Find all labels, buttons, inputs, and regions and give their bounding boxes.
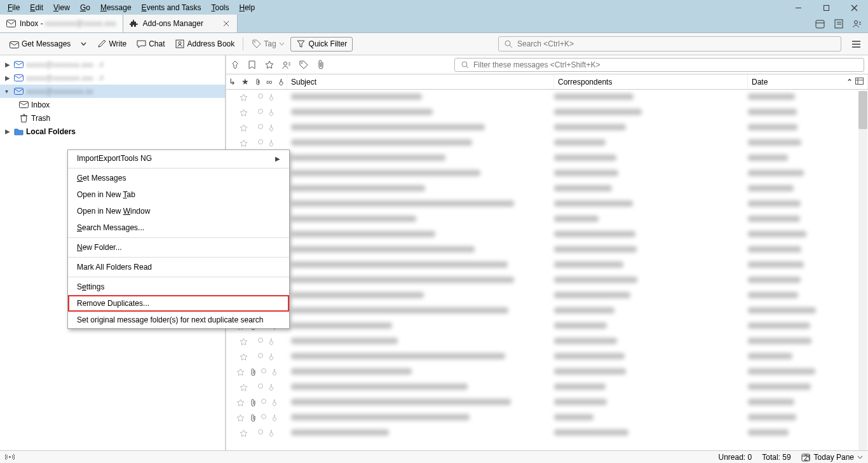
message-row[interactable] — [226, 288, 868, 303]
message-row[interactable] — [226, 120, 868, 135]
star-icon[interactable] — [240, 124, 248, 132]
ctx-open-in-new-tab[interactable]: Open in New Tab — [68, 186, 289, 203]
flame-icon[interactable] — [268, 109, 275, 117]
flame-icon[interactable] — [268, 93, 275, 102]
minimize-button[interactable] — [784, 0, 812, 15]
column-picker-icon[interactable] — [855, 78, 864, 86]
message-row[interactable] — [226, 364, 868, 380]
write-button[interactable]: Write — [92, 37, 131, 52]
thread-col-icon[interactable]: ↳ — [229, 77, 236, 86]
message-row[interactable] — [226, 105, 868, 120]
flame-icon[interactable] — [268, 384, 275, 392]
message-list[interactable] — [226, 90, 868, 450]
read-icon[interactable] — [261, 414, 266, 419]
message-row[interactable] — [226, 303, 868, 319]
scrollbar[interactable] — [858, 91, 867, 450]
menu-events-and-tasks[interactable]: Events and Tasks — [137, 1, 207, 14]
attach-col-icon[interactable] — [255, 78, 261, 86]
flame-icon[interactable] — [271, 414, 278, 422]
flame-icon[interactable] — [268, 139, 275, 148]
message-row[interactable] — [226, 258, 868, 273]
message-row[interactable] — [226, 319, 868, 334]
star-icon[interactable] — [264, 60, 274, 69]
contacts-icon[interactable] — [852, 19, 862, 29]
quick-filter-button[interactable]: Quick Filter — [290, 37, 353, 52]
message-row[interactable] — [226, 151, 868, 166]
account-row[interactable]: ▶xxxxx@xxxxxxx.xxx · # — [0, 71, 225, 85]
filter-messages-input[interactable]: Filter these messages <Ctrl+Shift+K> — [454, 58, 864, 72]
star-icon[interactable] — [236, 414, 245, 422]
app-menu-button[interactable] — [851, 40, 863, 48]
star-icon[interactable] — [236, 399, 245, 407]
message-row[interactable] — [226, 380, 868, 395]
read-icon[interactable] — [261, 399, 266, 404]
close-icon[interactable] — [222, 19, 231, 28]
flame-icon[interactable] — [271, 399, 278, 407]
account-row-selected[interactable]: ▾xxxxx@xxxxxxxx.xx — [0, 85, 225, 98]
read-icon[interactable] — [261, 368, 266, 373]
flame-icon[interactable] — [268, 353, 275, 361]
flame-icon[interactable] — [268, 338, 275, 346]
message-row[interactable] — [226, 273, 868, 288]
message-row[interactable] — [226, 227, 868, 242]
tag-icon[interactable] — [299, 60, 308, 69]
read-icon[interactable] — [258, 429, 263, 434]
star-icon[interactable] — [240, 139, 248, 148]
address-book-button[interactable]: Address Book — [171, 37, 240, 52]
bookmark-icon[interactable] — [247, 60, 257, 69]
star-col-icon[interactable]: ★ — [241, 77, 249, 86]
read-icon[interactable] — [258, 338, 263, 343]
folder-trash[interactable]: Trash — [0, 111, 225, 125]
ctx-new-folder[interactable]: New Folder... — [68, 239, 289, 256]
ctx-search-messages[interactable]: Search Messages... — [68, 219, 289, 236]
menu-file[interactable]: File — [3, 1, 25, 14]
flame-icon[interactable] — [268, 429, 275, 438]
attachment-icon[interactable] — [316, 60, 325, 69]
star-icon[interactable] — [240, 109, 248, 117]
column-subject[interactable]: Subject — [287, 74, 554, 89]
ctx-get-messages[interactable]: Get Messages — [68, 170, 289, 186]
menu-go[interactable]: Go — [75, 1, 95, 14]
message-row[interactable] — [226, 349, 868, 364]
maximize-button[interactable] — [812, 0, 840, 15]
ctx-remove-duplicates[interactable]: Remove Duplicates... — [68, 295, 289, 312]
get-messages-dropdown[interactable] — [76, 39, 91, 48]
read-icon[interactable] — [258, 384, 263, 389]
menu-tools[interactable]: Tools — [206, 1, 234, 14]
ctx-settings[interactable]: Settings — [68, 279, 289, 295]
folder-inbox[interactable]: Inbox — [0, 98, 225, 111]
ctx-importexporttools-ng[interactable]: ImportExportTools NG▶ — [68, 150, 289, 167]
read-icon[interactable] — [258, 353, 263, 358]
menu-help[interactable]: Help — [234, 1, 260, 14]
read-icon[interactable] — [258, 109, 263, 114]
menu-message[interactable]: Message — [95, 1, 137, 14]
tasks-icon[interactable] — [834, 19, 843, 29]
message-row[interactable] — [226, 410, 868, 425]
scroll-thumb[interactable] — [858, 91, 867, 129]
star-icon[interactable] — [240, 429, 248, 438]
ctx-set-original-message-folder-s-for-next-duplicate-search[interactable]: Set original message folder(s) for next … — [68, 312, 289, 328]
menu-edit[interactable]: Edit — [25, 1, 48, 14]
contact-icon[interactable] — [281, 60, 291, 69]
flame-col-icon[interactable] — [278, 78, 284, 86]
tab-addons[interactable]: Add-ons Manager — [123, 15, 238, 32]
local-folders[interactable]: ▶Local Folders — [0, 125, 225, 138]
pin-icon[interactable] — [230, 60, 240, 69]
global-search-input[interactable]: Search <Ctrl+K> — [498, 36, 841, 52]
get-messages-button[interactable]: Get Messages — [5, 37, 75, 52]
ctx-mark-all-folders-read[interactable]: Mark All Folders Read — [68, 259, 289, 275]
account-row[interactable]: ▶xxxxx@xxxxxxx.xxx · # — [0, 58, 225, 71]
message-row[interactable] — [226, 90, 868, 105]
message-row[interactable] — [226, 395, 868, 410]
glasses-col-icon[interactable]: ∞ — [266, 77, 272, 86]
read-icon[interactable] — [258, 93, 263, 99]
tag-button[interactable]: Tag — [247, 37, 288, 52]
tab-inbox[interactable]: Inbox - xxxxxxxx@xxxxx.xxx — [0, 15, 123, 32]
flame-icon[interactable] — [271, 368, 278, 377]
message-row[interactable] — [226, 334, 868, 349]
read-icon[interactable] — [258, 124, 263, 129]
star-icon[interactable] — [240, 338, 248, 346]
star-icon[interactable] — [240, 384, 248, 392]
flame-icon[interactable] — [268, 124, 275, 132]
message-row[interactable] — [226, 197, 868, 212]
